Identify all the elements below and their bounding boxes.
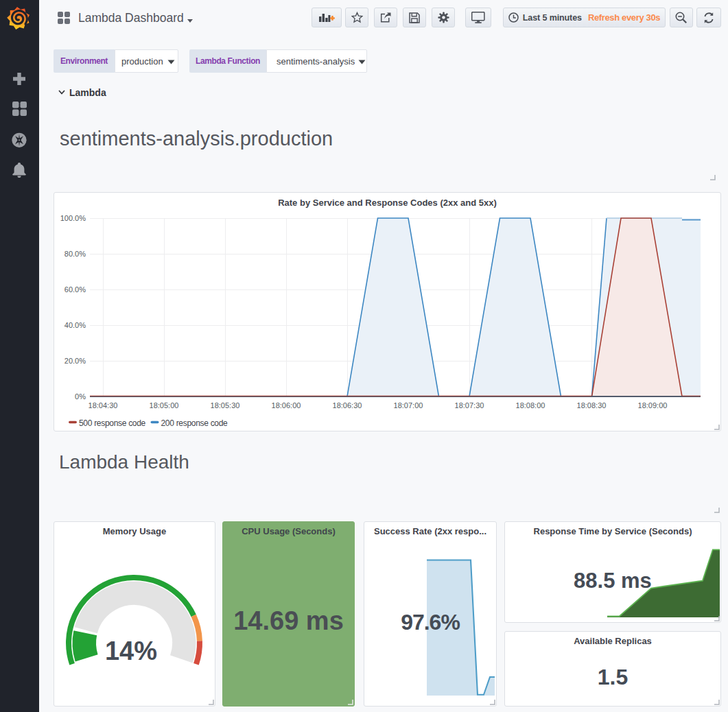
svg-text:60.0%: 60.0% (64, 285, 86, 294)
svg-text:100.0%: 100.0% (60, 214, 86, 222)
svg-text:18:09:00: 18:09:00 (638, 401, 668, 410)
svg-text:18:05:00: 18:05:00 (150, 401, 179, 410)
svg-text:0%: 0% (75, 392, 86, 401)
svg-text:18:05:30: 18:05:30 (211, 401, 240, 410)
svg-text:500 response code: 500 response code (79, 418, 146, 428)
svg-text:18:08:00: 18:08:00 (516, 401, 545, 410)
svg-text:18:08:30: 18:08:30 (577, 401, 607, 410)
svg-text:18:06:00: 18:06:00 (272, 401, 301, 410)
svg-text:200 response code: 200 response code (161, 418, 228, 428)
svg-text:18:07:00: 18:07:00 (394, 401, 423, 410)
svg-text:18:07:30: 18:07:30 (455, 401, 484, 410)
svg-text:18:06:30: 18:06:30 (333, 401, 362, 410)
svg-text:40.0%: 40.0% (64, 321, 86, 329)
svg-text:80.0%: 80.0% (64, 250, 86, 258)
svg-text:20.0%: 20.0% (64, 357, 86, 365)
svg-text:18:04:30: 18:04:30 (89, 401, 118, 410)
